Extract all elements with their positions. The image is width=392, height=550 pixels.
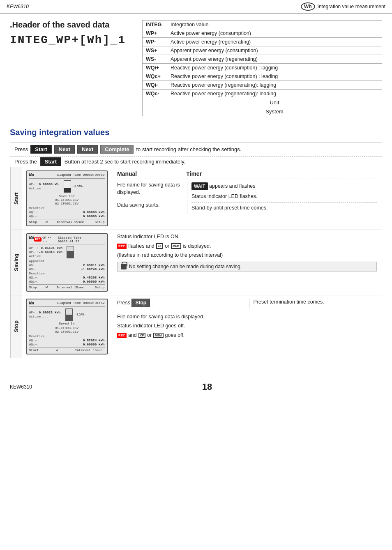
saving-line2: REC flashes and CF or MEM is displayed.	[117, 243, 377, 250]
main-content: .Header of the saved data INTEG_WP+[Wh]_…	[0, 14, 392, 368]
press2-suffix: Button at least 2 sec to start recording…	[65, 159, 186, 165]
step-label-start: Start	[10, 167, 22, 230]
integ-table: INTEGIntegration valueWP+Active power en…	[142, 20, 382, 116]
mem-badge-stop: MEM	[153, 333, 163, 338]
step-info-saving: Status indicator LED is ON. REC flashes …	[112, 230, 382, 295]
press-row-1: Press Start Next Next Complete to start …	[10, 143, 382, 156]
step-content-start: Wm Elapsed Time 00000:00:00 WP+ : 0.0000…	[22, 167, 382, 230]
device-stop: Wm Elapsed Time 00000:01:49 WP+ : 0.9902…	[26, 299, 108, 354]
top-bar-title: Integration value measurement	[318, 4, 385, 9]
press-row-2: Press the Start Button at least 2 sec to…	[10, 156, 382, 167]
table-row: WQi+Reactive power energy (consumption) …	[143, 64, 382, 72]
press2-start-button[interactable]: Start	[40, 157, 62, 166]
rec-badge-stop: REC	[117, 333, 127, 338]
stop-preset: Preset termination time comes.	[254, 299, 377, 306]
header-section: .Header of the saved data INTEG_WP+[Wh]_…	[10, 20, 382, 116]
step-row-start: Start Wm Elapsed Time 00000:00:00	[10, 167, 382, 230]
next1-button-label[interactable]: Next	[54, 145, 75, 154]
table-row: WP+Active power energy (consumption)	[143, 29, 382, 38]
desc-cell: Active power energy (regenerating)	[167, 38, 382, 46]
table-row: WQc-Reactive power energy (regenerating)…	[143, 90, 382, 98]
device-area-saving: Wm REC CF ▪▪ ... Elapsed Time 00000:01:3…	[22, 230, 112, 295]
step-rows: Start Wm Elapsed Time 00000:00:00	[10, 167, 382, 358]
section-heading: Header of the saved data	[12, 20, 110, 29]
unit-value: Unit	[167, 98, 382, 107]
saving-line1: Status indicator LED is ON.	[117, 233, 377, 241]
next2-button-label[interactable]: Next	[77, 145, 98, 154]
start-right-line2: Status indicator LED flashes.	[191, 193, 377, 200]
cf-badge-stop: CF	[138, 333, 145, 338]
mem-badge: MEM	[171, 243, 181, 249]
unit-row: Unit	[143, 98, 382, 107]
step-content-stop: Wm Elapsed Time 00000:01:49 WP+ : 0.9902…	[22, 295, 382, 358]
step-row-stop: Stop Wm Elapsed Time 00000:01:49 W	[10, 295, 382, 358]
code-cell: WS+	[143, 46, 167, 55]
saving-outer: Press Start Next Next Complete to start …	[10, 142, 382, 358]
start-button-label[interactable]: Start	[30, 145, 52, 154]
step-content-saving: Wm REC CF ▪▪ ... Elapsed Time 00000:01:3…	[22, 230, 382, 295]
page-number: 18	[202, 382, 212, 392]
cf-badge: CF	[156, 243, 163, 249]
step-info-start: Manual Timer File name for saving data i…	[112, 167, 382, 230]
code-cell: WS-	[143, 55, 167, 64]
timer-label: Timer	[186, 170, 202, 177]
desc-cell: Reactive power energy (regenerating): la…	[167, 81, 382, 90]
stop-press-line: Press Stop .	[117, 299, 241, 307]
filename-display: INTEG_WP+[Wh]_1	[10, 34, 126, 46]
press-suffix: to start recording after checking the se…	[136, 146, 241, 152]
table-row: WS-Apparent power energy (regenerating)	[143, 55, 382, 64]
footer-model: KEW6310	[10, 384, 32, 390]
system-row: System	[143, 107, 382, 116]
press2-prefix: Press the	[14, 159, 37, 165]
code-cell: WQc-	[143, 90, 167, 98]
code-cell: WQi-	[143, 81, 167, 90]
table-row: WQi-Reactive power energy (regenerating)…	[143, 81, 382, 90]
top-bar: KEW6310 Wh Integration value measurement	[0, 0, 392, 14]
desc-cell: Integration value	[167, 21, 382, 29]
top-bar-right: Wh Integration value measurement	[301, 2, 385, 11]
desc-cell: Reactive power energy (consumption) : la…	[167, 64, 382, 72]
desc-cell: Active power energy (consumption)	[167, 29, 382, 38]
start-info-line2: Data saving starts.	[117, 202, 183, 209]
stop-file-name: File name for saving data is displayed.	[117, 313, 377, 321]
table-row: WP-Active power energy (regenerating)	[143, 38, 382, 46]
title-block: .Header of the saved data INTEG_WP+[Wh]_…	[10, 20, 132, 116]
table-row: WS+Apparent power energy (consumption)	[143, 46, 382, 55]
stop-col-right: Preset termination time comes.	[249, 299, 377, 309]
table-row: WQc+Reactive power energy (consumption) …	[143, 72, 382, 81]
wh-badge: Wh	[301, 2, 315, 11]
code-cell: WP-	[143, 38, 167, 46]
table-row: INTEGIntegration value	[143, 21, 382, 29]
device-area-start: Wm Elapsed Time 00000:00:00 WP+ : 0.0000…	[22, 167, 112, 230]
stop-led-off: Status indicator LED goes off.	[117, 322, 377, 330]
desc-cell: Apparent power energy (regenerating)	[167, 55, 382, 64]
section-title: .Header of the saved data	[10, 20, 126, 30]
code-cell: INTEG	[143, 21, 167, 29]
stop-button-inline[interactable]: Stop	[131, 299, 150, 307]
saving-note-text: No setting change can be made during dat…	[129, 264, 242, 269]
unit-label	[143, 98, 167, 107]
desc-cell: Reactive power energy (regenerating): le…	[167, 90, 382, 98]
device-start: Wm Elapsed Time 00000:00:00 WP+ : 0.0000…	[26, 170, 108, 226]
wait-indicator: WAIT	[191, 182, 208, 190]
saving-line3: (flashes in red according to the preset …	[117, 252, 377, 259]
page-footer: KEW6310 18	[0, 378, 392, 396]
start-info-left: File name for saving data is displayed. …	[117, 182, 183, 214]
top-bar-model: KEW6310	[7, 4, 29, 9]
press-prefix: Press	[14, 146, 28, 152]
code-cell: WP+	[143, 29, 167, 38]
lock-icon	[121, 264, 127, 269]
step-info-stop: Press Stop . Preset termination time com…	[112, 295, 382, 358]
saving-section: Saving integration values Press Start Ne…	[10, 128, 382, 358]
step-label-saving: Saving	[10, 230, 22, 295]
complete-button-label[interactable]: Complete	[100, 145, 134, 154]
device-area-stop: Wm Elapsed Time 00000:01:49 WP+ : 0.9902…	[22, 295, 112, 358]
start-right-line3: Stand-by until preset time comes.	[191, 205, 377, 212]
start-right-line1: WAIT appears and flashes	[191, 182, 377, 191]
stop-col-left: Press Stop .	[117, 299, 245, 309]
code-cell: WQc+	[143, 72, 167, 81]
start-info-right: WAIT appears and flashes Status indicato…	[187, 182, 377, 214]
system-value: System	[167, 107, 382, 116]
saving-section-title: Saving integration values	[10, 128, 382, 137]
desc-cell: Reactive power energy (consumption) : le…	[167, 72, 382, 81]
